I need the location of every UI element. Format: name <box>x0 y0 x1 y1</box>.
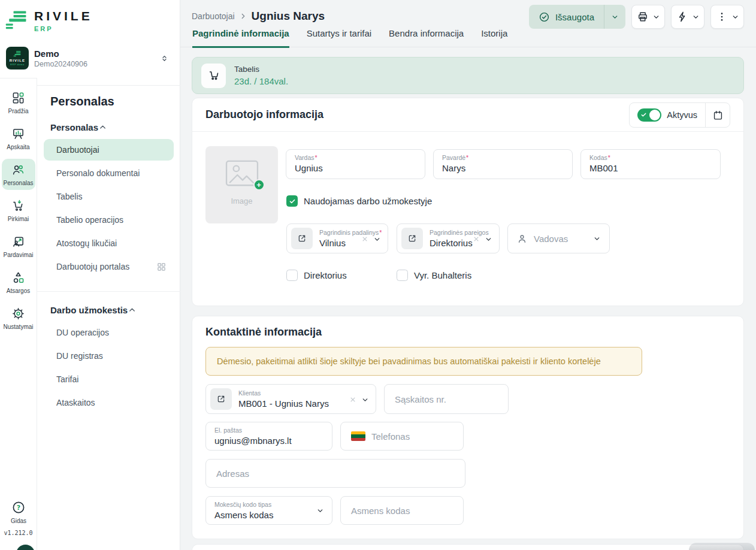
position-value: Direktorius <box>430 238 476 248</box>
phone-field[interactable]: Telefonas <box>340 422 464 451</box>
clear-icon[interactable] <box>349 395 357 404</box>
last-name-field[interactable]: Pavardė* Narys <box>433 149 573 179</box>
clear-icon[interactable] <box>361 235 369 243</box>
tax-code-type-select[interactable]: Mokesčių kodo tipas Asmens kodas <box>205 496 332 525</box>
more-menu-button[interactable] <box>710 5 744 29</box>
active-toggle[interactable]: Aktyvus <box>630 108 705 122</box>
save-status-button[interactable]: Išsaugota <box>529 5 625 29</box>
breadcrumb: Darbuotojai Ugnius Narys <box>192 10 325 23</box>
sidebar-item-tarifai[interactable]: Tarifai <box>44 368 174 390</box>
open-department-button[interactable] <box>291 228 313 249</box>
tab-bendra-informacija[interactable]: Bendra informacija <box>389 28 464 48</box>
sidebar-item-label: DU registras <box>56 351 103 361</box>
sidebar-item-label: Tabelis <box>56 192 83 201</box>
rail-item-personalas[interactable]: Personalas <box>2 159 35 190</box>
accountant-checkbox[interactable]: Vyr. Buhalteris <box>397 270 471 281</box>
tab-sutartys-ir-tarifai[interactable]: Sutartys ir tarifai <box>307 28 371 48</box>
menu-section-header[interactable]: Darbo užmokestis <box>50 305 170 315</box>
photo-uploader[interactable]: + Image <box>205 146 278 223</box>
chat-widget-shadow <box>689 543 755 550</box>
manager-select[interactable]: Vadovas <box>507 223 610 253</box>
checkbox[interactable] <box>286 195 298 207</box>
checkbox[interactable] <box>286 270 298 281</box>
sidebar-item-ataskaitos[interactable]: Ataskaitos <box>44 392 174 413</box>
rail-item-pardavimai[interactable]: Pardavimai <box>2 231 35 262</box>
position-combo[interactable]: Pagrindinės pareigos* Direktorius <box>397 223 500 253</box>
breadcrumb-parent[interactable]: Darbuotojai <box>192 11 235 21</box>
image-placeholder-icon: + <box>223 159 261 189</box>
sidebar-item-tabelio-operacijos[interactable]: Tabelio operacijos <box>44 209 174 231</box>
company-switcher[interactable]: RIVILE ERP demo Demo Demo20240906 <box>6 46 174 70</box>
sidebar-item-atostog-liku-iai[interactable]: Atostogų likučiai <box>44 232 174 254</box>
rail-item-nustatymai[interactable]: Nustatymai <box>2 303 35 334</box>
menu-section-label: Darbo užmokestis <box>50 305 128 315</box>
rail-item-label: Atsargos <box>7 288 30 294</box>
company-avatar-brand: RIVILE <box>10 59 26 62</box>
rail-item-atsargos[interactable]: Atsargos <box>2 267 35 298</box>
menu-section-header[interactable]: Personalas <box>50 122 170 132</box>
banner-value: 23d. / 184val. <box>234 76 288 86</box>
actions-button[interactable] <box>671 5 704 29</box>
open-position-button[interactable] <box>401 228 423 249</box>
tab-pagrindin-informacija[interactable]: Pagrindinė informacija <box>192 28 289 48</box>
sidebar-item-label: Darbuotojų portalas <box>56 262 129 271</box>
chevron-down-icon <box>692 13 700 21</box>
chevron-right-icon <box>239 12 247 20</box>
open-client-button[interactable] <box>210 388 232 410</box>
lightning-icon <box>676 11 688 23</box>
sidebar-item-personalo-dokumentai[interactable]: Personalo dokumentai <box>44 162 174 184</box>
first-name-value: Ugnius <box>295 163 416 173</box>
checkbox[interactable] <box>397 270 408 281</box>
sidebar-item-du-registras[interactable]: DU registras <box>44 345 174 367</box>
chevron-down-icon <box>593 235 601 243</box>
sidebar-item-gidas[interactable]: ?Gidas <box>2 500 35 524</box>
department-combo[interactable]: Pagrindinis padalinys* Vilnius <box>286 223 388 253</box>
clear-icon[interactable] <box>472 235 480 243</box>
rail-item-pirkimai[interactable]: Pirkimai <box>2 195 35 226</box>
chevron-down-icon[interactable] <box>485 235 492 243</box>
tabelis-icon <box>201 64 226 88</box>
personal-code-field[interactable]: Asmens kodas <box>340 496 464 525</box>
manager-placeholder: Vadovas <box>534 234 568 244</box>
last-name-value: Narys <box>442 163 564 173</box>
tab-bar: Pagrindinė informacijaSutartys ir tarifa… <box>192 28 507 48</box>
apskaita-icon <box>11 127 25 141</box>
sidebar-item-tabelis[interactable]: Tabelis <box>44 186 174 207</box>
sidebar-item-du-operacijos[interactable]: DU operacijos <box>44 322 174 343</box>
print-button[interactable] <box>631 5 665 29</box>
next-card-edge <box>192 544 744 550</box>
address-field[interactable]: Adresas <box>205 459 465 488</box>
client-combo[interactable]: Klientas MB001 - Ugnius Narys <box>205 384 376 414</box>
director-checkbox[interactable]: Direktorius <box>286 270 347 281</box>
tax-code-type-value: Asmens kodas <box>214 510 323 520</box>
sidebar-item-darbuotojai[interactable]: Darbuotojai <box>44 139 174 161</box>
account-number-field[interactable]: Sąskaitos nr. <box>384 384 509 414</box>
app-version: v1.212.0 <box>0 530 37 536</box>
rail-item-label: Gidas <box>11 518 26 524</box>
first-name-field[interactable]: Vardas* Ugnius <box>286 149 425 179</box>
external-link-icon <box>216 394 226 404</box>
payroll-checkbox[interactable]: Naudojamas darbo užmokestyje <box>286 195 432 207</box>
company-avatar-product: ERP demo <box>10 63 24 66</box>
department-value: Vilnius <box>319 238 365 248</box>
lithuania-flag-icon[interactable] <box>351 431 365 441</box>
toggle-switch[interactable] <box>637 108 661 122</box>
pradzia-icon <box>11 91 25 105</box>
add-photo-icon[interactable]: + <box>253 179 265 191</box>
rail-item-label: Personalas <box>3 180 33 186</box>
tabelis-banner[interactable]: Tabelis 23d. / 184val. <box>192 57 744 94</box>
email-field[interactable]: El. paštas ugnius@mbnarys.lt <box>205 422 332 451</box>
rail-item-apskaita[interactable]: Apskaita <box>2 123 35 154</box>
left-panel: RIVILE ERP RIVILE ERP demo Demo Demo2024… <box>0 0 180 550</box>
user-avatar[interactable] <box>16 545 35 550</box>
rivile-logo[interactable]: RIVILE ERP <box>5 7 93 34</box>
chevron-down-icon[interactable] <box>373 235 381 243</box>
code-field[interactable]: Kodas* MB001 <box>580 149 721 179</box>
contact-info-card: Kontaktinė informacija Dėmesio, pakeitim… <box>192 316 744 539</box>
tab-istorija[interactable]: Istorija <box>481 28 507 48</box>
sidebar-item-darbuotoj-portalas[interactable]: Darbuotojų portalas <box>44 256 174 277</box>
rail-item-pradzia[interactable]: Pradžia <box>2 87 35 118</box>
calendar-button[interactable] <box>706 103 730 127</box>
chevron-down-icon[interactable] <box>361 396 369 404</box>
save-dropdown-button[interactable] <box>604 13 625 21</box>
